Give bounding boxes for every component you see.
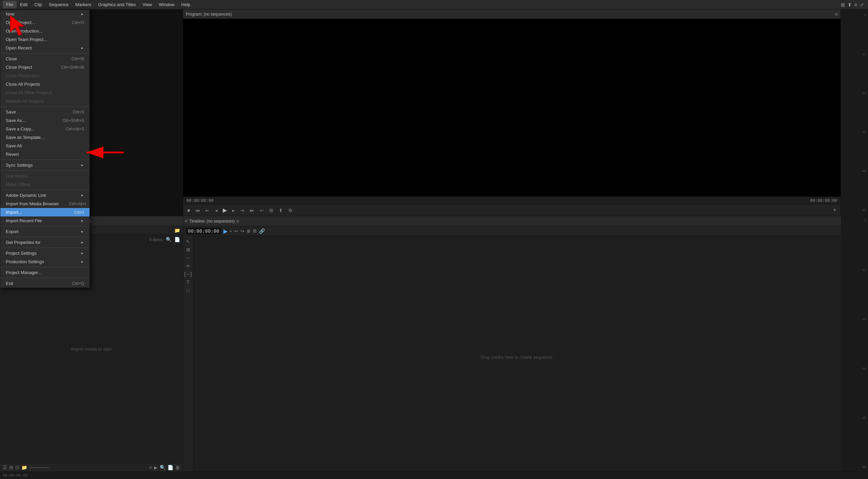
menu-open-team-project[interactable]: Open Team Project...	[0, 35, 90, 44]
new-item-bottom-icon[interactable]: 📄	[167, 465, 173, 470]
menu-link-media[interactable]: Link Media...	[0, 172, 90, 180]
menu-item-edit[interactable]: Edit	[17, 1, 31, 8]
menu-item-sequence[interactable]: Sequence	[45, 1, 72, 8]
timeline-toolbar: 00:00:00:00 ▶ + ↩ ↪ ⊕ ⚙ 🔗	[183, 226, 841, 236]
menu-save-all[interactable]: Save All	[0, 142, 90, 150]
program-panel-title: Program: (no sequences)	[186, 12, 232, 17]
play-icon[interactable]: ▶	[221, 206, 228, 214]
menu-open-production[interactable]: Open Production...	[0, 27, 90, 35]
menu-item-help[interactable]: Help	[178, 1, 194, 8]
add-media-icon[interactable]: +	[831, 206, 838, 214]
program-timecode-bar: 00:00:00:00 00:00:00:00	[183, 196, 841, 204]
new-item-icon[interactable]: 📄	[174, 237, 180, 242]
timeline-tool-pen[interactable]: ✏	[186, 263, 190, 269]
find-icon[interactable]: 🔍	[160, 465, 165, 470]
menu-revert[interactable]: Revert	[0, 150, 90, 159]
go-to-out-icon[interactable]: ⇥	[239, 207, 245, 214]
menu-exit[interactable]: Exit Ctrl+Q	[0, 279, 90, 288]
timeline-redo-icon[interactable]: ↪	[240, 228, 244, 234]
timeline-menu-icon[interactable]: ≡	[236, 218, 239, 224]
menu-refresh-all-projects[interactable]: Refresh All Projects	[0, 97, 90, 105]
delete-icon[interactable]: 🗑	[175, 465, 180, 470]
menu-adobe-dynamic-link[interactable]: Adobe Dynamic Link ►	[0, 191, 90, 200]
settings-icon[interactable]: ⚙	[287, 207, 294, 214]
menu-production-settings[interactable]: Production Settings ►	[0, 257, 90, 266]
timeline-body: ↖ ⊞ ↔ ✏ [↔] T □ Drop media here to creat…	[183, 236, 841, 472]
menu-open-recent[interactable]: Open Recent ►	[0, 44, 90, 52]
search-icon[interactable]: 🔍	[166, 237, 172, 242]
program-timecode-left: 00:00:00:00	[186, 198, 213, 203]
go-to-in-icon[interactable]: ⇤	[204, 207, 211, 214]
automate-icon[interactable]: ▶	[154, 465, 158, 470]
export-frame-icon[interactable]: ⬆	[277, 207, 284, 214]
menu-item-window[interactable]: Window	[156, 1, 178, 8]
sort-icon[interactable]: ≡	[149, 465, 152, 470]
bin-icon[interactable]: 📁	[21, 465, 27, 470]
timeline-tool-text[interactable]: T	[186, 279, 190, 285]
maximize-icon[interactable]: ⊞	[841, 2, 845, 7]
menu-save[interactable]: Save Ctrl+S	[0, 108, 90, 116]
menu-close-production[interactable]: Close Production	[0, 71, 90, 80]
separator-9	[0, 267, 90, 267]
menu-item-view[interactable]: View	[139, 1, 156, 8]
audio-tick-48: -48	[862, 169, 866, 173]
menu-close-all-other-projects[interactable]: Close All Other Projects	[0, 88, 90, 97]
stop-icon[interactable]: ■	[186, 207, 191, 214]
menu-import-media-browser[interactable]: Import from Media Browser Ctrl+Alt+I	[0, 200, 90, 208]
step-frame-back-icon[interactable]: ◂	[214, 207, 219, 214]
menu-close-project[interactable]: Close Project Ctrl+Shift+W	[0, 63, 90, 71]
menu-sync-settings[interactable]: Sync Settings ►	[0, 161, 90, 169]
menu-item-markers[interactable]: Markers	[72, 1, 95, 8]
menu-item-graphics[interactable]: Graphics and Titles	[95, 1, 139, 8]
share-icon[interactable]: ⬆	[848, 2, 852, 7]
freeform-icon[interactable]: ⊡	[15, 465, 19, 470]
panels-icon[interactable]: ≡	[854, 2, 857, 7]
menu-save-as[interactable]: Save As... Ctrl+Shift+S	[0, 116, 90, 125]
menu-new[interactable]: New ►	[0, 10, 90, 18]
menu-bar: File Edit Clip Sequence Markers Graphics…	[0, 0, 868, 9]
program-panel-menu-icon[interactable]: ≡	[835, 12, 838, 17]
menu-project-manager[interactable]: Project Manager...	[0, 268, 90, 277]
timeline-tool-resize[interactable]: [↔]	[184, 271, 192, 277]
menu-get-properties-for[interactable]: Get Properties for ►	[0, 238, 90, 247]
fullscreen-icon[interactable]: ⤢	[860, 2, 864, 7]
loop-icon[interactable]: ↩	[258, 207, 265, 214]
menu-open-project[interactable]: Open Project... Ctrl+O	[0, 18, 90, 27]
menu-item-clip[interactable]: Clip	[31, 1, 45, 8]
slider-icon[interactable]: ○─────	[29, 465, 147, 470]
timeline-settings-icon[interactable]: ⚙	[253, 228, 257, 234]
timeline-close-icon[interactable]: ✕	[184, 219, 188, 224]
list-view-icon[interactable]: ☰	[3, 465, 7, 470]
timeline-tool-select[interactable]: ↖	[186, 239, 190, 244]
timeline-undo-icon[interactable]: ↩	[234, 228, 238, 234]
audio-label-48: -48	[862, 416, 866, 419]
menu-make-offline[interactable]: Make Offline...	[0, 180, 90, 189]
menu-item-file[interactable]: File	[3, 1, 17, 8]
menu-import[interactable]: Import... Ctrl+I	[0, 208, 90, 216]
menu-import-recent-file[interactable]: Import Recent File ►	[0, 216, 90, 225]
step-frame-fwd-icon[interactable]: ▸	[231, 207, 236, 214]
icon-view-icon[interactable]: ⊞	[9, 465, 13, 470]
separator-7	[0, 237, 90, 237]
step-fwd-icon[interactable]: ⏭	[248, 207, 256, 214]
menu-export[interactable]: Export ►	[0, 227, 90, 236]
step-back-icon[interactable]: ⏮	[194, 207, 201, 214]
menu-project-settings[interactable]: Project Settings ►	[0, 249, 90, 257]
menu-save-copy[interactable]: Save a Copy... Ctrl+Alt+S	[0, 125, 90, 133]
timeline-tool-ripple[interactable]: ⊞	[186, 247, 190, 252]
audio-tick-36: -36	[862, 130, 866, 134]
separator-4	[0, 170, 90, 171]
timeline-link-icon[interactable]: 🔗	[259, 228, 265, 234]
menu-close[interactable]: Close Ctrl+W	[0, 55, 90, 63]
separator-8	[0, 248, 90, 248]
audio-scale-top: 0 -12 -24 -36 -48 dB	[861, 12, 867, 213]
timeline-zoom-in-icon[interactable]: +	[230, 228, 232, 234]
timeline-snap-icon[interactable]: ⊕	[246, 228, 251, 234]
menu-close-all-projects[interactable]: Close All Projects	[0, 80, 90, 88]
timeline-tool-zoom[interactable]: ↔	[186, 255, 191, 261]
timeline-play-icon[interactable]: ▶	[223, 228, 228, 234]
new-bin-icon[interactable]: 📁	[174, 228, 180, 233]
safe-zones-icon[interactable]: ⊞	[268, 207, 275, 214]
timeline-tool-shape[interactable]: □	[186, 288, 189, 293]
menu-save-template[interactable]: Save as Template...	[0, 133, 90, 142]
